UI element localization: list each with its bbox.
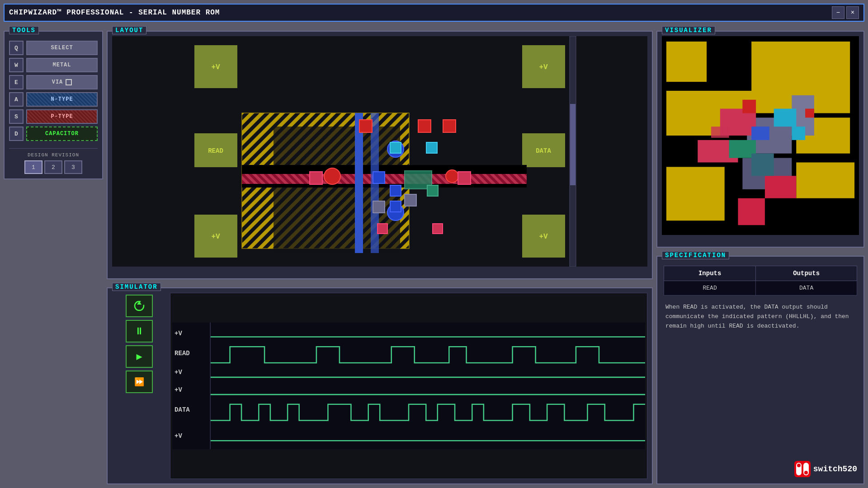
svg-rect-46 bbox=[433, 224, 443, 234]
svg-text:+V: +V bbox=[539, 233, 548, 241]
specification-box: SPECIFICATION Inputs Outputs READ DATA W… bbox=[656, 256, 864, 484]
visualizer-box: VISUALIZER bbox=[656, 31, 864, 248]
design-revision-label: DESIGN REVISION bbox=[9, 152, 98, 158]
restart-icon bbox=[133, 300, 146, 312]
svg-text:+V: +V bbox=[175, 369, 182, 376]
waveform-svg: +V READ +V +V DATA bbox=[172, 295, 645, 477]
tool-ntype[interactable]: N-TYPE bbox=[26, 92, 98, 107]
tool-via[interactable]: VIA bbox=[26, 75, 98, 89]
svg-rect-82 bbox=[742, 100, 756, 113]
circuit-svg: +V +V +V +V READ DATA bbox=[112, 36, 647, 267]
svg-rect-35 bbox=[426, 142, 437, 153]
svg-rect-39 bbox=[373, 201, 385, 213]
window-title: CHIPWIZARD™ PROFESSIONAL - SERIAL NUMBER… bbox=[9, 9, 220, 17]
spec-input-read: READ bbox=[664, 281, 756, 296]
svg-rect-80 bbox=[792, 127, 805, 140]
pause-icon: ⏸ bbox=[134, 325, 144, 338]
tools-label: TOOLS bbox=[9, 26, 39, 34]
spec-table: Inputs Outputs READ DATA bbox=[664, 266, 857, 296]
svg-text:READ: READ bbox=[208, 147, 223, 155]
sim-fastforward-button[interactable]: ⏩ bbox=[126, 371, 153, 393]
key-a[interactable]: A bbox=[9, 92, 24, 107]
spec-description: When READ is activated, the DATA output … bbox=[664, 301, 857, 333]
svg-rect-38 bbox=[390, 201, 401, 212]
sim-restart-button[interactable] bbox=[126, 295, 153, 317]
design-revision: DESIGN REVISION 1 2 3 bbox=[9, 148, 98, 174]
tool-row-ptype: S P-TYPE bbox=[9, 109, 98, 124]
layout-label: LAYOUT bbox=[112, 26, 146, 34]
svg-rect-44 bbox=[458, 172, 471, 184]
sim-waveforms: +V READ +V +V DATA bbox=[170, 293, 647, 479]
svg-rect-79 bbox=[774, 109, 797, 127]
svg-text:READ: READ bbox=[175, 350, 190, 357]
svg-rect-42 bbox=[427, 185, 438, 196]
svg-rect-81 bbox=[751, 127, 769, 140]
minimize-button[interactable]: − bbox=[832, 6, 844, 19]
simulator-label: SIMULATOR bbox=[112, 283, 161, 291]
tool-row-select: Q SELECT bbox=[9, 41, 98, 55]
tool-metal[interactable]: METAL bbox=[26, 58, 98, 72]
svg-rect-36 bbox=[373, 172, 385, 183]
simulator-box: SIMULATOR ⏸ ▶ bbox=[107, 287, 653, 484]
svg-point-32 bbox=[324, 168, 340, 184]
svg-rect-40 bbox=[405, 194, 416, 206]
key-q[interactable]: Q bbox=[9, 41, 24, 55]
svg-rect-34 bbox=[390, 142, 401, 153]
title-bar: CHIPWIZARD™ PROFESSIONAL - SERIAL NUMBER… bbox=[4, 4, 864, 22]
spec-col-inputs: Inputs bbox=[664, 266, 756, 281]
svg-rect-83 bbox=[805, 109, 814, 118]
svg-rect-67 bbox=[796, 162, 854, 198]
svg-rect-37 bbox=[390, 185, 401, 196]
svg-text:+V: +V bbox=[175, 432, 182, 440]
svg-text:DATA: DATA bbox=[175, 406, 190, 413]
key-w[interactable]: W bbox=[9, 58, 24, 72]
svg-rect-75 bbox=[765, 176, 796, 198]
rev-btn-2[interactable]: 2 bbox=[44, 160, 62, 174]
close-button[interactable]: × bbox=[846, 6, 859, 19]
specification-label: SPECIFICATION bbox=[662, 251, 729, 259]
spec-table-row: READ DATA bbox=[664, 281, 857, 296]
tools-box: TOOLS Q SELECT W METAL E VIA A N-TYPE S bbox=[4, 31, 103, 179]
main-layout: TOOLS Q SELECT W METAL E VIA A N-TYPE S bbox=[4, 26, 864, 484]
svg-rect-29 bbox=[443, 120, 456, 132]
visualizer-label: VISUALIZER bbox=[662, 26, 715, 34]
play-icon: ▶ bbox=[136, 351, 142, 363]
svg-rect-48 bbox=[570, 104, 576, 185]
svg-rect-43 bbox=[310, 172, 322, 184]
tool-capacitor[interactable]: CAPACITOR bbox=[26, 127, 98, 141]
svg-rect-78 bbox=[751, 154, 774, 176]
svg-rect-25 bbox=[355, 113, 363, 253]
svg-rect-66 bbox=[666, 167, 725, 221]
layout-canvas[interactable]: +V +V +V +V READ DATA bbox=[112, 36, 647, 267]
svg-point-33 bbox=[446, 170, 458, 183]
key-d[interactable]: D bbox=[9, 127, 24, 141]
key-e[interactable]: E bbox=[9, 75, 24, 89]
svg-text:+V: +V bbox=[539, 63, 548, 71]
layout-box: LAYOUT +V +V +V +V RE bbox=[107, 31, 653, 279]
rev-btn-1[interactable]: 1 bbox=[24, 160, 42, 174]
key-s[interactable]: S bbox=[9, 109, 24, 124]
svg-text:+V: +V bbox=[175, 330, 182, 337]
svg-point-89 bbox=[804, 471, 808, 474]
window-controls: − × bbox=[832, 6, 859, 19]
svg-text:+V: +V bbox=[211, 63, 220, 71]
via-square-icon bbox=[66, 79, 72, 85]
svg-rect-51 bbox=[172, 323, 645, 450]
svg-rect-84 bbox=[711, 127, 729, 138]
sim-content: ⏸ ▶ ⏩ +V bbox=[112, 293, 647, 479]
sim-play-button[interactable]: ▶ bbox=[126, 345, 153, 368]
tool-row-metal: W METAL bbox=[9, 58, 98, 72]
rev-btn-3[interactable]: 3 bbox=[64, 160, 82, 174]
tool-ptype[interactable]: P-TYPE bbox=[26, 109, 98, 124]
right-panel: VISUALIZER bbox=[656, 26, 864, 484]
viz-canvas bbox=[662, 36, 859, 235]
fastforward-icon: ⏩ bbox=[134, 377, 144, 387]
sim-pause-button[interactable]: ⏸ bbox=[126, 320, 153, 343]
sim-controls: ⏸ ▶ ⏩ bbox=[112, 293, 166, 479]
nintendo-switch-logo bbox=[794, 461, 811, 477]
svg-rect-45 bbox=[377, 224, 387, 234]
tool-select[interactable]: SELECT bbox=[26, 41, 98, 55]
tool-row-capacitor: D CAPACITOR bbox=[9, 127, 98, 141]
tool-row-ntype: A N-TYPE bbox=[9, 92, 98, 107]
svg-text:+V: +V bbox=[211, 233, 220, 241]
